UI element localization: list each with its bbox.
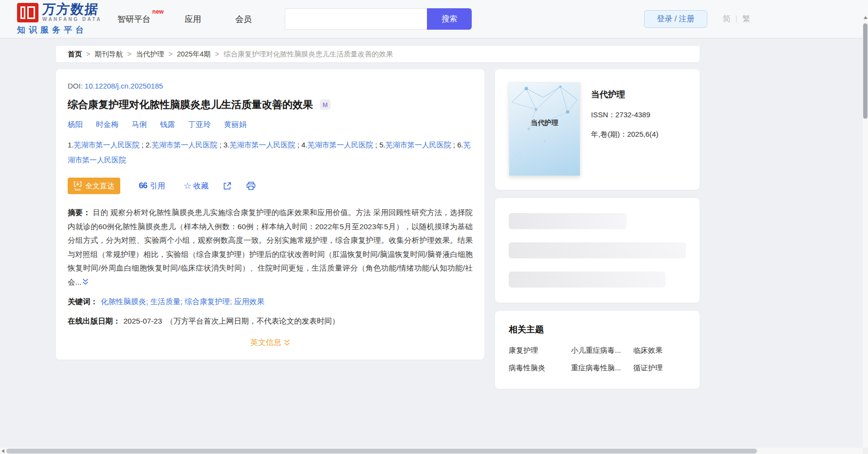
wanfang-logo-icon: [17, 3, 38, 22]
related-topic-link[interactable]: 重症病毒性脑...: [571, 363, 633, 373]
journal-cover-title: 当代护理: [509, 119, 580, 127]
skeleton-bar: [509, 242, 686, 258]
affiliation-link[interactable]: 芜湖市第一人民医院: [386, 141, 451, 149]
breadcrumb-journal[interactable]: 当代护理: [136, 50, 164, 59]
author-link[interactable]: 马俐: [132, 120, 147, 130]
svg-text:free: free: [74, 187, 81, 191]
keyword-link[interactable]: 化脓性脑膜炎: [101, 297, 146, 306]
affiliation-link[interactable]: 芜湖市第一人民医院: [308, 141, 373, 149]
horizontal-scrollbar-thumb[interactable]: [6, 449, 757, 454]
journal-card: 当代护理 当代护理 ISSN：2732-4389 年,卷(期)：2025,6(4…: [495, 69, 700, 190]
article-actions: free 全文直达 66 引用 ☆ 收藏: [68, 178, 473, 194]
online-date-value: 2025-07-23: [124, 317, 162, 325]
journal-cover-pattern: [509, 83, 580, 176]
brand-name-en: WANFANG DATA: [42, 17, 102, 22]
author-link[interactable]: 黄丽娟: [224, 120, 247, 130]
loading-placeholder-card: [495, 198, 700, 303]
related-topic-link[interactable]: 循证护理: [633, 363, 686, 373]
journal-cover[interactable]: 当代护理: [509, 82, 580, 176]
author-link[interactable]: 钱露: [160, 120, 175, 130]
search-button[interactable]: 搜索: [427, 8, 472, 30]
double-quote-icon: 66: [139, 181, 147, 191]
nav-item-apps[interactable]: 应用: [185, 14, 201, 25]
journal-volume: 年,卷(期)：2025,6(4): [591, 130, 658, 139]
related-topic-link[interactable]: 小儿重症病毒...: [571, 346, 633, 355]
keyword-link[interactable]: 应用效果: [234, 297, 264, 306]
expand-abstract-button[interactable]: [82, 276, 89, 291]
author-link[interactable]: 杨阳: [68, 120, 83, 130]
abstract-text: 目的 观察分析对化脓性脑膜炎患儿实施综合康复护理的临床效果和应用价值。方法 采用…: [68, 208, 473, 286]
keyword-link[interactable]: 生活质量: [150, 297, 181, 306]
medline-badge-icon[interactable]: M: [320, 99, 331, 110]
author-link[interactable]: 丁亚玲: [188, 120, 211, 130]
online-date-row: 在线出版日期：2025-07-23（万方平台首次上网日期，不代表论文的发表时间）: [68, 314, 473, 328]
related-topic-link[interactable]: 病毒性脑炎: [509, 363, 571, 373]
author-link[interactable]: 时金梅: [96, 120, 119, 130]
doi-link[interactable]: 10.12208/j.cn.20250185: [85, 82, 163, 90]
keywords-row: 关键词：化脓性脑膜炎; 生活质量; 综合康复护理; 应用效果: [68, 295, 473, 309]
doi-label: DOI:: [68, 82, 83, 90]
nav-item-research-platform[interactable]: 智研平台 new: [117, 14, 150, 25]
skeleton-bar: [509, 213, 627, 229]
new-badge: new: [152, 8, 164, 15]
wanfang-logo[interactable]: 万方数据 WANFANG DATA 知识服务平台: [17, 3, 102, 36]
skeleton-bar: [509, 272, 665, 288]
breadcrumb: 首页 > 期刊导航 > 当代护理 > 2025年4期 > 综合康复护理对化脓性脑…: [56, 46, 700, 62]
language-toggle: 简 | 繁: [723, 14, 750, 24]
horizontal-scrollbar[interactable]: [0, 448, 863, 454]
brand-tagline: 知识服务平台: [17, 24, 102, 36]
related-topics-card: 相关主题 康复护理 小儿重症病毒... 临床效果 病毒性脑炎 重症病毒性脑...…: [495, 311, 700, 389]
breadcrumb-issue[interactable]: 2025年4期: [177, 50, 210, 59]
double-chevron-down-icon: [82, 278, 89, 286]
fulltext-button[interactable]: free 全文直达: [68, 178, 120, 194]
related-topics-title: 相关主题: [509, 324, 686, 335]
share-arrow-icon: [223, 182, 232, 190]
login-register-button[interactable]: 登录 / 注册: [644, 10, 707, 28]
affiliation-link[interactable]: 芜湖市第一人民医院: [230, 141, 295, 149]
affiliation-link[interactable]: 芜湖市第一人民医院: [152, 141, 218, 149]
affiliation-link[interactable]: 芜湖市第一人民医院: [74, 141, 140, 149]
scroll-up-button[interactable]: [864, 16, 868, 19]
nav-item-membership[interactable]: 会员: [235, 14, 252, 25]
share-button[interactable]: [223, 182, 232, 190]
doi-row: DOI:10.12208/j.cn.20250185: [68, 82, 473, 90]
abstract-label: 摘要：: [68, 208, 91, 217]
english-info-toggle[interactable]: 英文信息: [250, 338, 290, 348]
search-bar: 搜索: [285, 8, 472, 30]
abstract: 摘要： 目的 观察分析对化脓性脑膜炎患儿实施综合康复护理的临床效果和应用价值。方…: [68, 206, 473, 290]
journal-issn: ISSN：2732-4389: [591, 110, 658, 120]
scroll-left-button[interactable]: [1, 449, 4, 453]
affiliations-row: 1.芜湖市第一人民医院 ; 2.芜湖市第一人民医院 ; 3.芜湖市第一人民医院 …: [68, 137, 473, 167]
main-nav: 智研平台 new 应用 会员: [117, 14, 252, 25]
related-topic-link[interactable]: 临床效果: [633, 346, 686, 355]
online-date-label: 在线出版日期：: [68, 317, 121, 325]
breadcrumb-home[interactable]: 首页: [68, 50, 82, 59]
print-button[interactable]: [246, 182, 256, 190]
article-title: 综合康复护理对化脓性脑膜炎患儿生活质量改善的效果: [68, 98, 313, 111]
scrollbar-corner: [863, 448, 868, 454]
search-input[interactable]: [285, 8, 427, 30]
site-header: 万方数据 WANFANG DATA 知识服务平台 智研平台 new 应用 会员 …: [0, 0, 868, 38]
authors-row: 杨阳 时金梅 马俐 钱露 丁亚玲 黄丽娟: [68, 120, 473, 130]
printer-icon: [246, 182, 256, 190]
journal-name[interactable]: 当代护理: [591, 89, 658, 100]
lang-simplified[interactable]: 简: [723, 14, 731, 24]
lang-traditional[interactable]: 繁: [742, 14, 750, 24]
keywords-label: 关键词：: [68, 297, 98, 306]
star-outline-icon: ☆: [184, 182, 191, 190]
online-date-note: （万方平台首次上网日期，不代表论文的发表时间）: [166, 317, 340, 325]
download-free-icon: free: [74, 181, 82, 191]
article-card: DOI:10.12208/j.cn.20250185 综合康复护理对化脓性脑膜炎…: [56, 69, 484, 360]
sidebar: 当代护理 当代护理 ISSN：2732-4389 年,卷(期)：2025,6(4…: [495, 69, 700, 389]
breadcrumb-journal-nav[interactable]: 期刊导航: [94, 50, 123, 59]
brand-name-cn: 万方数据: [42, 3, 103, 16]
related-topic-link[interactable]: 康复护理: [509, 346, 571, 355]
vertical-scrollbar[interactable]: [863, 14, 868, 448]
double-chevron-down-icon: [284, 339, 290, 346]
cite-button[interactable]: 66 引用: [139, 181, 165, 191]
breadcrumb-current: 综合康复护理对化脓性脑膜炎患儿生活质量改善的效果: [223, 50, 393, 59]
keyword-link[interactable]: 综合康复护理: [185, 297, 230, 306]
vertical-scrollbar-thumb[interactable]: [863, 23, 868, 119]
lang-divider: |: [736, 15, 738, 23]
favorite-button[interactable]: ☆ 收藏: [184, 181, 208, 191]
